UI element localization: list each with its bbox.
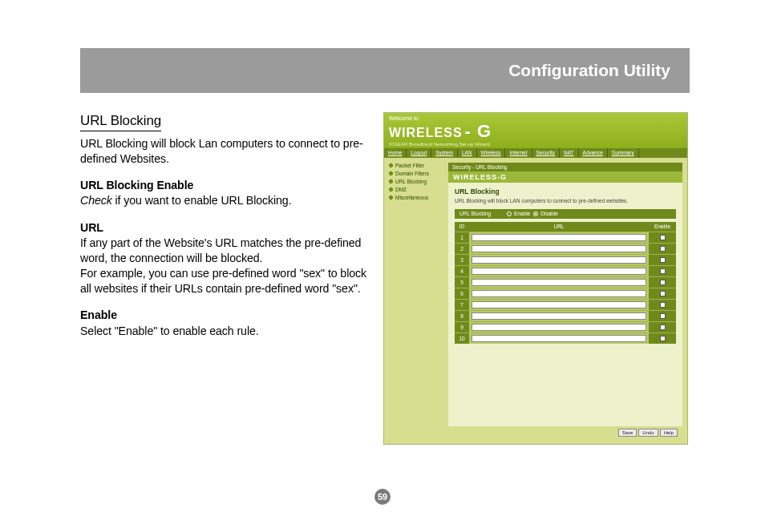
enable-checkbox[interactable]	[660, 313, 666, 319]
p1-rest: if you want to enable URL Blocking.	[112, 194, 292, 207]
row-url-cell	[469, 312, 649, 320]
sidebar-item-label: Packet Filter	[395, 163, 424, 168]
radio-enable[interactable]: Enable	[507, 211, 530, 216]
row-enable-cell	[649, 288, 676, 299]
th-url: URL	[469, 224, 649, 229]
page-number: 59	[378, 492, 387, 502]
nav-item-lan[interactable]: LAN	[458, 148, 477, 158]
row-url-cell	[469, 279, 649, 286]
nav-item-home[interactable]: Home	[384, 148, 407, 158]
breadcrumb: Security - URL Blocking	[448, 163, 682, 171]
row-id: 4	[455, 266, 469, 276]
row-enable-cell	[649, 244, 676, 254]
para-url-b: For example, you can use pre-defined wor…	[80, 266, 369, 296]
row-enable-cell	[649, 322, 676, 332]
enable-checkbox[interactable]	[660, 280, 666, 285]
row-url-cell	[469, 234, 649, 241]
row-enable-cell	[649, 232, 676, 243]
enable-checkbox[interactable]	[660, 257, 666, 263]
enable-checkbox[interactable]	[660, 235, 666, 240]
para-enable: Select "Enable" to enable each rule.	[80, 324, 369, 339]
footer-buttons: Save Undo Help	[448, 426, 682, 439]
header-bar: Configuration Utility	[80, 48, 690, 93]
table-row: 6	[455, 288, 676, 299]
nav-item-logout[interactable]: Logout	[407, 148, 431, 158]
url-input[interactable]	[472, 301, 646, 308]
bullet-icon	[389, 171, 393, 175]
enable-checkbox[interactable]	[660, 324, 666, 330]
row-id: 2	[455, 244, 469, 254]
nav-item-advance[interactable]: Advance	[579, 148, 608, 158]
url-input[interactable]	[472, 335, 646, 342]
table-row: 8	[455, 310, 676, 321]
row-enable-cell	[649, 266, 676, 276]
router-screenshot: Welcome to WIRELESS - G IOGEAR Broadband…	[383, 112, 688, 445]
italic-check: Check	[80, 194, 112, 207]
sidebar-item-dmz[interactable]: DMZ	[389, 187, 445, 192]
radio-enable-label: Enable	[514, 211, 530, 216]
save-button[interactable]: Save	[618, 429, 638, 437]
intro-text: URL Blocking will block Lan computers to…	[80, 136, 369, 167]
sidebar-item-packet-filter[interactable]: Packet Filter	[389, 163, 445, 168]
radio-enable-icon	[507, 212, 512, 216]
url-input[interactable]	[472, 312, 646, 320]
row-enable-cell	[649, 311, 676, 321]
nav-item-security[interactable]: Security	[532, 148, 560, 158]
subhead-enable: Enable	[80, 308, 369, 323]
row-url-cell	[469, 324, 649, 331]
main-panel: Security - URL Blocking WIRELESS-G URL B…	[448, 163, 682, 439]
url-input[interactable]	[472, 256, 646, 264]
row-enable-cell	[649, 277, 676, 288]
undo-button[interactable]: Undo	[638, 429, 658, 437]
brand-logo: WIRELESS - G	[389, 121, 682, 142]
enable-checkbox[interactable]	[660, 291, 666, 296]
enable-checkbox[interactable]	[660, 302, 666, 308]
nav-item-system[interactable]: System	[431, 148, 458, 158]
nav-item-wireless[interactable]: Wireless	[477, 148, 506, 158]
doc-left-column: URL Blocking URL Blocking will block Lan…	[80, 112, 369, 445]
panel-brand: WIRELESS-G	[448, 171, 682, 183]
ss-banner: Welcome to WIRELESS - G IOGEAR Broadband…	[384, 113, 687, 148]
row-enable-cell	[649, 300, 676, 310]
row-url-cell	[469, 245, 649, 252]
url-input[interactable]	[472, 290, 646, 297]
table-body: 12345678910	[455, 232, 676, 344]
toggle-label: URL Blocking	[459, 211, 504, 216]
subhead-url: URL	[80, 220, 369, 236]
panel-desc: URL Blocking will block LAN computers to…	[455, 198, 676, 204]
table-row: 9	[455, 321, 676, 332]
para-url-blocking-enable: Check if you want to enable URL Blocking…	[80, 193, 369, 208]
row-id: 7	[455, 300, 469, 310]
url-input[interactable]	[472, 234, 646, 241]
enable-checkbox[interactable]	[660, 246, 666, 252]
table-row: 3	[455, 254, 676, 265]
bullet-icon	[389, 195, 393, 200]
radio-disable[interactable]: Disable	[533, 211, 558, 216]
enable-checkbox[interactable]	[660, 336, 666, 341]
th-id: ID	[455, 224, 469, 229]
nav-bar: HomeLogoutSystemLANWirelessInternetSecur…	[384, 148, 687, 158]
sidebar-item-url-blocking[interactable]: URL Blocking	[389, 179, 445, 184]
sidebar-item-miscellaneous[interactable]: Miscellaneous	[389, 195, 445, 200]
url-input[interactable]	[472, 324, 646, 331]
brand-subtitle: IOGEAR Broadband Networking Set-up Wizar…	[389, 142, 682, 147]
nav-item-internet[interactable]: Internet	[505, 148, 532, 158]
url-input[interactable]	[472, 245, 646, 252]
row-url-cell	[469, 290, 649, 297]
nav-item-summary[interactable]: Summary	[608, 148, 639, 158]
sidebar-item-domain-filters[interactable]: Domain Filters	[389, 171, 445, 176]
sidebar-item-label: DMZ	[395, 187, 407, 192]
welcome-text: Welcome to	[389, 115, 682, 121]
table-row: 5	[455, 276, 676, 288]
url-input[interactable]	[472, 279, 646, 286]
brand-suffix: - G	[465, 121, 492, 142]
enable-checkbox[interactable]	[660, 268, 666, 274]
row-url-cell	[469, 335, 649, 342]
para-url-a: If any part of the Website's URL matches…	[80, 236, 369, 266]
bullet-icon	[389, 187, 393, 191]
help-button[interactable]: Help	[660, 429, 678, 437]
section-title: URL Blocking	[80, 112, 161, 131]
url-input[interactable]	[472, 268, 646, 275]
table-row: 4	[455, 265, 676, 276]
nav-item-nat[interactable]: NAT	[560, 148, 579, 158]
